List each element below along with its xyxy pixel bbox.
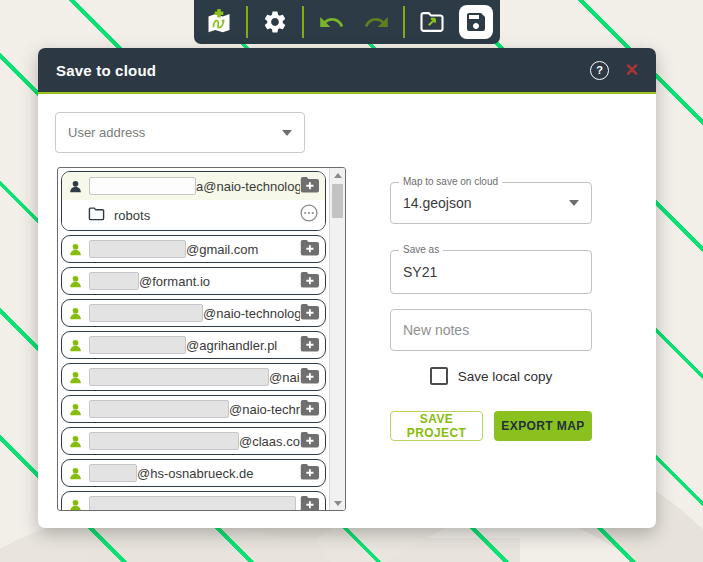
- add-folder-icon[interactable]: [300, 463, 319, 484]
- person-icon: [68, 306, 83, 321]
- account-email-domain: a@naio-technologies.co: [196, 179, 300, 194]
- close-icon[interactable]: ×: [625, 59, 638, 81]
- person-icon: [68, 338, 83, 353]
- redacted-username: [89, 272, 139, 290]
- add-folder-icon[interactable]: [300, 431, 319, 452]
- add-folder-icon[interactable]: [300, 399, 319, 420]
- add-folder-icon[interactable]: [300, 335, 319, 356]
- account-email-domain: @naio-technologie: [229, 402, 300, 417]
- account-list: a@naio-technologies.co: [57, 167, 346, 511]
- new-map-icon: [205, 8, 233, 36]
- help-icon[interactable]: ?: [590, 61, 609, 80]
- account-email-domain: @claas.com: [239, 434, 300, 449]
- more-options-icon[interactable]: [299, 203, 319, 227]
- redacted-username: [89, 432, 239, 450]
- scrollbar[interactable]: [329, 168, 345, 510]
- open-project-button[interactable]: [414, 4, 450, 40]
- map-to-save-value: 14.geojson: [403, 195, 472, 211]
- settings-button[interactable]: [257, 4, 293, 40]
- new-map-button[interactable]: [201, 4, 237, 40]
- undo-button[interactable]: [313, 4, 349, 40]
- scroll-down-icon[interactable]: [334, 496, 342, 510]
- map-toolbar: [194, 0, 500, 44]
- add-folder-icon[interactable]: [300, 367, 319, 388]
- redacted-username: [89, 400, 229, 418]
- redacted-username: [89, 240, 186, 258]
- selected-account-row[interactable]: a@naio-technologies.co: [62, 172, 325, 200]
- save-project-button[interactable]: SAVE PROJECT: [390, 411, 483, 441]
- account-email-domain: @naio-technologies.co: [203, 306, 300, 321]
- account-row[interactable]: @claas.com: [61, 427, 326, 455]
- account-row[interactable]: @hs-osnabrueck.de: [61, 459, 326, 487]
- save-local-copy-checkbox-row[interactable]: Save local copy: [390, 367, 592, 385]
- save-options-panel: Map to save on cloud 14.geojson Save as …: [390, 182, 592, 441]
- user-address-placeholder: User address: [68, 125, 145, 140]
- dialog-header: Save to cloud ? ×: [38, 48, 656, 94]
- account-email-domain: @formant.io: [139, 274, 210, 289]
- subfolder-row-robots[interactable]: robots: [62, 200, 325, 230]
- redacted-username: [89, 336, 186, 354]
- save-icon: [464, 10, 488, 34]
- redacted-username: [89, 177, 196, 195]
- account-row-selected[interactable]: a@naio-technologies.co: [61, 171, 326, 231]
- account-row[interactable]: @gmail.com: [61, 235, 326, 263]
- open-folder-icon: [418, 8, 446, 36]
- subfolder-label: robots: [114, 208, 150, 223]
- redacted-username: [89, 368, 269, 386]
- gear-icon: [262, 9, 288, 35]
- map-app-background: Save to cloud ? × User address a: [0, 0, 703, 562]
- toolbar-divider: [403, 6, 405, 38]
- person-icon: [68, 434, 83, 449]
- redacted-username: [89, 464, 137, 482]
- user-address-select[interactable]: User address: [55, 112, 305, 153]
- account-row[interactable]: [61, 491, 326, 510]
- redo-button[interactable]: [358, 4, 394, 40]
- add-folder-icon[interactable]: [300, 239, 319, 260]
- chevron-down-icon: [282, 130, 292, 136]
- account-email-domain: @naio-techn: [269, 370, 300, 385]
- account-row[interactable]: @agrihandler.pl: [61, 331, 326, 359]
- dialog-header-actions: ? ×: [590, 59, 638, 81]
- save-local-copy-label: Save local copy: [458, 369, 553, 384]
- account-list-items: a@naio-technologies.co: [58, 168, 329, 510]
- save-as-value: SY21: [403, 264, 437, 280]
- redacted-username: [89, 304, 203, 322]
- person-icon: [68, 370, 83, 385]
- folder-icon: [88, 206, 105, 225]
- account-row[interactable]: @naio-techn: [61, 363, 326, 391]
- person-icon: [68, 402, 83, 417]
- add-folder-icon[interactable]: [300, 303, 319, 324]
- account-row[interactable]: @naio-technologie: [61, 395, 326, 423]
- person-icon: [68, 466, 83, 481]
- save-to-cloud-dialog: Save to cloud ? × User address a: [38, 48, 656, 528]
- account-row[interactable]: @formant.io: [61, 267, 326, 295]
- chevron-down-icon: [569, 200, 579, 206]
- account-email-domain: @agrihandler.pl: [186, 338, 277, 353]
- save-as-label: Save as: [399, 244, 443, 255]
- map-to-save-select[interactable]: Map to save on cloud 14.geojson: [390, 182, 592, 224]
- undo-icon: [318, 9, 345, 36]
- map-to-save-label: Map to save on cloud: [399, 176, 502, 187]
- notes-placeholder: New notes: [403, 322, 469, 338]
- scroll-up-icon[interactable]: [334, 168, 342, 182]
- dialog-buttons: SAVE PROJECT EXPORT MAP: [390, 411, 592, 441]
- account-row[interactable]: @naio-technologies.co: [61, 299, 326, 327]
- account-email-domain: @gmail.com: [186, 242, 258, 257]
- add-folder-icon[interactable]: [300, 176, 319, 197]
- person-icon: [68, 179, 83, 194]
- person-icon: [68, 274, 83, 289]
- toolbar-divider: [302, 6, 304, 38]
- account-email-domain: @hs-osnabrueck.de: [137, 466, 254, 481]
- toolbar-divider: [246, 6, 248, 38]
- add-folder-icon[interactable]: [300, 271, 319, 292]
- save-project-tool-button[interactable]: [459, 5, 493, 39]
- notes-input[interactable]: New notes: [390, 309, 592, 351]
- redo-icon: [363, 9, 390, 36]
- export-map-button[interactable]: EXPORT MAP: [494, 411, 592, 441]
- person-icon: [68, 498, 83, 511]
- add-folder-icon[interactable]: [300, 495, 319, 511]
- scrollbar-thumb[interactable]: [332, 184, 343, 218]
- save-as-input[interactable]: Save as SY21: [390, 250, 592, 294]
- checkbox-icon[interactable]: [430, 367, 448, 385]
- person-icon: [68, 242, 83, 257]
